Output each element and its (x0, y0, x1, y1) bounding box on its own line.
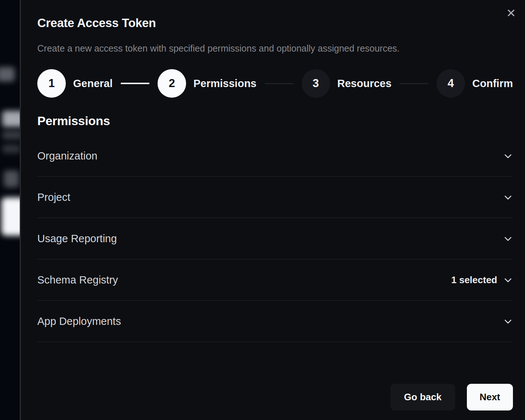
step-number-badge: 1 (37, 69, 66, 98)
accordion-row-schema-registry[interactable]: Schema Registry 1 selected (37, 259, 513, 301)
accordion-row-usage-reporting[interactable]: Usage Reporting (37, 218, 513, 259)
accordion-row-app-deployments[interactable]: App Deployments (37, 301, 513, 342)
step-number-badge: 2 (158, 69, 186, 98)
step-number-badge: 3 (302, 69, 330, 98)
next-button[interactable]: Next (467, 384, 513, 410)
chevron-down-icon (503, 151, 513, 161)
background-page (0, 0, 21, 420)
permissions-accordion: Organization Project Usage Reporting Sch… (37, 135, 513, 342)
background-blur-shape (1, 198, 21, 236)
go-back-button[interactable]: Go back (390, 384, 455, 410)
modal-title: Create Access Token (37, 16, 513, 30)
step-number-badge: 4 (437, 69, 465, 98)
accordion-label: Project (37, 191, 70, 203)
step-general[interactable]: 1 General (37, 69, 113, 98)
accordion-label: Organization (37, 150, 97, 162)
background-blur-shape (0, 67, 15, 82)
modal-footer: Go back Next (390, 384, 513, 410)
accordion-label: Usage Reporting (37, 233, 117, 245)
modal-subtitle: Create a new access token with specified… (37, 43, 513, 54)
chevron-down-icon (503, 192, 513, 202)
step-connector (400, 83, 428, 84)
chevron-down-icon (503, 234, 513, 244)
step-confirm[interactable]: 4 Confirm (437, 69, 513, 98)
create-access-token-modal: ✕ Create Access Token Create a new acces… (21, 0, 525, 420)
step-label: General (73, 78, 113, 90)
accordion-label: App Deployments (37, 315, 121, 327)
background-blur-shape (2, 145, 20, 153)
step-label: Permissions (193, 78, 256, 90)
stepper: 1 General 2 Permissions 3 Resources 4 Co… (37, 69, 513, 98)
close-icon[interactable]: ✕ (505, 7, 518, 20)
section-heading-permissions: Permissions (37, 114, 513, 128)
step-label: Confirm (472, 78, 513, 90)
chevron-down-icon (503, 275, 513, 285)
chevron-down-icon (503, 316, 513, 326)
accordion-row-project[interactable]: Project (37, 177, 513, 218)
accordion-label: Schema Registry (37, 274, 118, 286)
step-permissions[interactable]: 2 Permissions (158, 69, 256, 98)
background-blur-shape (4, 170, 19, 187)
accordion-row-organization[interactable]: Organization (37, 135, 513, 177)
step-connector (121, 83, 150, 84)
selection-count-badge: 1 selected (451, 274, 497, 286)
step-connector (265, 83, 294, 84)
background-blur-shape (2, 131, 21, 139)
background-blur-shape (2, 111, 21, 127)
step-resources[interactable]: 3 Resources (302, 69, 392, 98)
step-label: Resources (337, 78, 392, 90)
